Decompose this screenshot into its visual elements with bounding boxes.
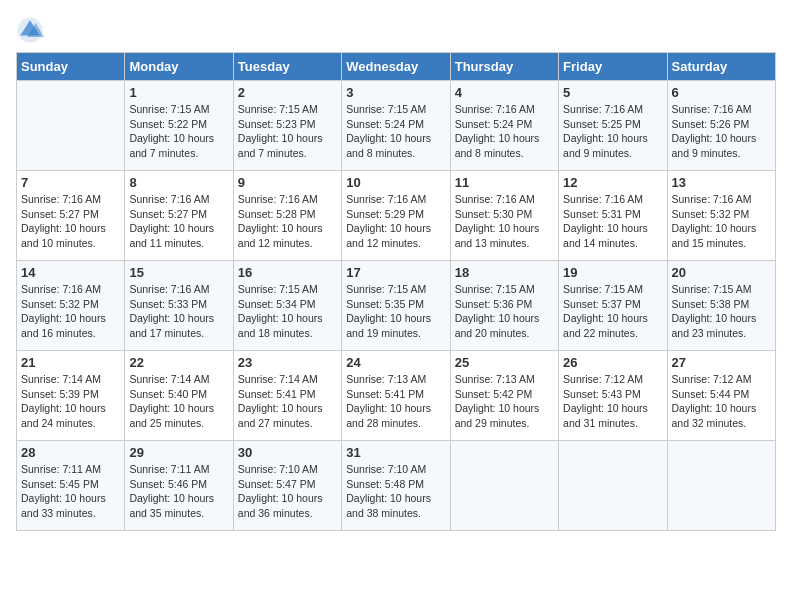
calendar-cell: 20Sunrise: 7:15 AM Sunset: 5:38 PM Dayli… [667, 261, 775, 351]
day-number: 25 [455, 355, 554, 370]
cell-content: Sunrise: 7:15 AM Sunset: 5:23 PM Dayligh… [238, 102, 337, 161]
cell-content: Sunrise: 7:11 AM Sunset: 5:45 PM Dayligh… [21, 462, 120, 521]
calendar-cell: 27Sunrise: 7:12 AM Sunset: 5:44 PM Dayli… [667, 351, 775, 441]
day-number: 26 [563, 355, 662, 370]
calendar-cell: 1Sunrise: 7:15 AM Sunset: 5:22 PM Daylig… [125, 81, 233, 171]
calendar-cell: 14Sunrise: 7:16 AM Sunset: 5:32 PM Dayli… [17, 261, 125, 351]
cell-content: Sunrise: 7:14 AM Sunset: 5:41 PM Dayligh… [238, 372, 337, 431]
cell-content: Sunrise: 7:13 AM Sunset: 5:42 PM Dayligh… [455, 372, 554, 431]
calendar-cell: 25Sunrise: 7:13 AM Sunset: 5:42 PM Dayli… [450, 351, 558, 441]
calendar-cell: 22Sunrise: 7:14 AM Sunset: 5:40 PM Dayli… [125, 351, 233, 441]
calendar-cell: 30Sunrise: 7:10 AM Sunset: 5:47 PM Dayli… [233, 441, 341, 531]
cell-content: Sunrise: 7:12 AM Sunset: 5:43 PM Dayligh… [563, 372, 662, 431]
calendar-cell [17, 81, 125, 171]
day-number: 29 [129, 445, 228, 460]
calendar-cell: 18Sunrise: 7:15 AM Sunset: 5:36 PM Dayli… [450, 261, 558, 351]
calendar-cell: 31Sunrise: 7:10 AM Sunset: 5:48 PM Dayli… [342, 441, 450, 531]
day-number: 5 [563, 85, 662, 100]
cell-content: Sunrise: 7:11 AM Sunset: 5:46 PM Dayligh… [129, 462, 228, 521]
calendar-cell [667, 441, 775, 531]
day-number: 15 [129, 265, 228, 280]
day-number: 22 [129, 355, 228, 370]
calendar-table: SundayMondayTuesdayWednesdayThursdayFrid… [16, 52, 776, 531]
calendar-cell: 6Sunrise: 7:16 AM Sunset: 5:26 PM Daylig… [667, 81, 775, 171]
day-number: 12 [563, 175, 662, 190]
week-row-3: 14Sunrise: 7:16 AM Sunset: 5:32 PM Dayli… [17, 261, 776, 351]
calendar-cell: 15Sunrise: 7:16 AM Sunset: 5:33 PM Dayli… [125, 261, 233, 351]
calendar-cell: 12Sunrise: 7:16 AM Sunset: 5:31 PM Dayli… [559, 171, 667, 261]
day-number: 3 [346, 85, 445, 100]
week-row-1: 1Sunrise: 7:15 AM Sunset: 5:22 PM Daylig… [17, 81, 776, 171]
calendar-cell: 3Sunrise: 7:15 AM Sunset: 5:24 PM Daylig… [342, 81, 450, 171]
week-row-5: 28Sunrise: 7:11 AM Sunset: 5:45 PM Dayli… [17, 441, 776, 531]
cell-content: Sunrise: 7:15 AM Sunset: 5:38 PM Dayligh… [672, 282, 771, 341]
cell-content: Sunrise: 7:16 AM Sunset: 5:29 PM Dayligh… [346, 192, 445, 251]
calendar-cell: 11Sunrise: 7:16 AM Sunset: 5:30 PM Dayli… [450, 171, 558, 261]
calendar-cell: 5Sunrise: 7:16 AM Sunset: 5:25 PM Daylig… [559, 81, 667, 171]
day-number: 18 [455, 265, 554, 280]
col-header-thursday: Thursday [450, 53, 558, 81]
cell-content: Sunrise: 7:16 AM Sunset: 5:32 PM Dayligh… [672, 192, 771, 251]
calendar-cell: 7Sunrise: 7:16 AM Sunset: 5:27 PM Daylig… [17, 171, 125, 261]
cell-content: Sunrise: 7:13 AM Sunset: 5:41 PM Dayligh… [346, 372, 445, 431]
cell-content: Sunrise: 7:15 AM Sunset: 5:37 PM Dayligh… [563, 282, 662, 341]
day-number: 8 [129, 175, 228, 190]
cell-content: Sunrise: 7:15 AM Sunset: 5:35 PM Dayligh… [346, 282, 445, 341]
cell-content: Sunrise: 7:14 AM Sunset: 5:40 PM Dayligh… [129, 372, 228, 431]
day-number: 10 [346, 175, 445, 190]
cell-content: Sunrise: 7:16 AM Sunset: 5:30 PM Dayligh… [455, 192, 554, 251]
week-row-2: 7Sunrise: 7:16 AM Sunset: 5:27 PM Daylig… [17, 171, 776, 261]
day-number: 13 [672, 175, 771, 190]
calendar-cell: 26Sunrise: 7:12 AM Sunset: 5:43 PM Dayli… [559, 351, 667, 441]
col-header-wednesday: Wednesday [342, 53, 450, 81]
cell-content: Sunrise: 7:14 AM Sunset: 5:39 PM Dayligh… [21, 372, 120, 431]
day-number: 21 [21, 355, 120, 370]
col-header-saturday: Saturday [667, 53, 775, 81]
calendar-cell: 2Sunrise: 7:15 AM Sunset: 5:23 PM Daylig… [233, 81, 341, 171]
logo-icon [16, 16, 44, 44]
calendar-cell: 29Sunrise: 7:11 AM Sunset: 5:46 PM Dayli… [125, 441, 233, 531]
cell-content: Sunrise: 7:16 AM Sunset: 5:24 PM Dayligh… [455, 102, 554, 161]
day-number: 20 [672, 265, 771, 280]
cell-content: Sunrise: 7:16 AM Sunset: 5:27 PM Dayligh… [21, 192, 120, 251]
cell-content: Sunrise: 7:15 AM Sunset: 5:36 PM Dayligh… [455, 282, 554, 341]
cell-content: Sunrise: 7:16 AM Sunset: 5:26 PM Dayligh… [672, 102, 771, 161]
cell-content: Sunrise: 7:16 AM Sunset: 5:32 PM Dayligh… [21, 282, 120, 341]
day-number: 6 [672, 85, 771, 100]
col-header-monday: Monday [125, 53, 233, 81]
calendar-cell: 21Sunrise: 7:14 AM Sunset: 5:39 PM Dayli… [17, 351, 125, 441]
cell-content: Sunrise: 7:10 AM Sunset: 5:48 PM Dayligh… [346, 462, 445, 521]
cell-content: Sunrise: 7:16 AM Sunset: 5:25 PM Dayligh… [563, 102, 662, 161]
day-number: 14 [21, 265, 120, 280]
day-number: 30 [238, 445, 337, 460]
header-row: SundayMondayTuesdayWednesdayThursdayFrid… [17, 53, 776, 81]
day-number: 31 [346, 445, 445, 460]
calendar-cell: 28Sunrise: 7:11 AM Sunset: 5:45 PM Dayli… [17, 441, 125, 531]
calendar-cell: 13Sunrise: 7:16 AM Sunset: 5:32 PM Dayli… [667, 171, 775, 261]
calendar-cell: 17Sunrise: 7:15 AM Sunset: 5:35 PM Dayli… [342, 261, 450, 351]
page-header [16, 16, 776, 44]
calendar-cell: 16Sunrise: 7:15 AM Sunset: 5:34 PM Dayli… [233, 261, 341, 351]
day-number: 24 [346, 355, 445, 370]
calendar-cell: 9Sunrise: 7:16 AM Sunset: 5:28 PM Daylig… [233, 171, 341, 261]
day-number: 19 [563, 265, 662, 280]
cell-content: Sunrise: 7:16 AM Sunset: 5:33 PM Dayligh… [129, 282, 228, 341]
cell-content: Sunrise: 7:15 AM Sunset: 5:34 PM Dayligh… [238, 282, 337, 341]
day-number: 11 [455, 175, 554, 190]
calendar-cell [450, 441, 558, 531]
day-number: 23 [238, 355, 337, 370]
calendar-cell: 23Sunrise: 7:14 AM Sunset: 5:41 PM Dayli… [233, 351, 341, 441]
logo [16, 16, 48, 44]
cell-content: Sunrise: 7:10 AM Sunset: 5:47 PM Dayligh… [238, 462, 337, 521]
day-number: 2 [238, 85, 337, 100]
cell-content: Sunrise: 7:16 AM Sunset: 5:31 PM Dayligh… [563, 192, 662, 251]
cell-content: Sunrise: 7:15 AM Sunset: 5:22 PM Dayligh… [129, 102, 228, 161]
cell-content: Sunrise: 7:12 AM Sunset: 5:44 PM Dayligh… [672, 372, 771, 431]
calendar-cell: 8Sunrise: 7:16 AM Sunset: 5:27 PM Daylig… [125, 171, 233, 261]
week-row-4: 21Sunrise: 7:14 AM Sunset: 5:39 PM Dayli… [17, 351, 776, 441]
day-number: 4 [455, 85, 554, 100]
day-number: 16 [238, 265, 337, 280]
col-header-friday: Friday [559, 53, 667, 81]
day-number: 27 [672, 355, 771, 370]
day-number: 28 [21, 445, 120, 460]
